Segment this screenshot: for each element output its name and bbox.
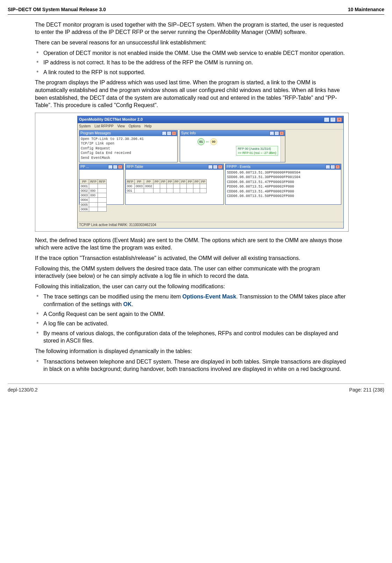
table-row[interactable]: 0003000 (80, 193, 107, 198)
cell: 0005 (80, 202, 89, 207)
cell (154, 184, 160, 188)
minimize-icon[interactable]: _ (324, 117, 329, 122)
table-row[interactable]: 0004 (80, 198, 107, 202)
menu-view[interactable]: View (117, 124, 125, 128)
close-icon[interactable]: × (335, 165, 340, 169)
cell: 000 (89, 193, 98, 198)
sync-node-01[interactable]: 01 (198, 138, 205, 145)
cell (160, 189, 167, 193)
cell (144, 189, 154, 193)
bullet-list-1: Operation of DECT monitor is not enabled… (35, 49, 349, 76)
minimize-icon[interactable]: _ (326, 165, 330, 169)
table-row[interactable]: 0002000 (80, 189, 107, 193)
minimize-icon[interactable]: _ (270, 131, 274, 135)
bullet-list-3: Transactions between telephone and DECT … (35, 358, 349, 373)
list-item: A Config Request can be sent again to th… (35, 310, 349, 318)
maximize-icon[interactable]: □ (167, 131, 171, 135)
col-header: RFP (98, 179, 107, 184)
maximize-icon[interactable]: □ (213, 165, 218, 169)
para-4: Next, the defined trace options (Event M… (35, 237, 349, 252)
cell: 0002 (144, 184, 154, 188)
cell (89, 184, 98, 188)
screenshot-figure: OpenMobility DECTNet Monitor 2.0 _ □ × S… (35, 113, 349, 232)
cell (193, 184, 200, 188)
col-header: PP (144, 179, 154, 184)
para-2: There can be several reasons for an unsu… (35, 39, 349, 47)
cell (193, 189, 200, 193)
header-left: SIP–DECT OM System Manual Release 3.0 (8, 6, 106, 13)
close-icon[interactable]: × (336, 117, 342, 122)
list-item: The trace settings can be modified using… (35, 293, 349, 308)
close-icon[interactable]: × (172, 131, 176, 135)
cell: 000 (89, 189, 98, 193)
table-row[interactable]: 0005 (80, 202, 107, 207)
col-header: PP (180, 179, 187, 184)
table-row[interactable]: 001 (126, 189, 207, 193)
col-header: PP (193, 179, 200, 184)
cell (135, 189, 144, 193)
list-item: IP address is not correct. It has to be … (35, 59, 349, 66)
para-6: Following this, the OMM system delivers … (35, 265, 349, 280)
events-body: SDD06.06.08T13.51.30PP00000FP000S04 SDD0… (226, 170, 341, 199)
list-item: By means of various dialogs, the configu… (35, 330, 349, 345)
sync-node-00[interactable]: 00 (210, 138, 217, 145)
maximize-icon[interactable]: □ (330, 165, 335, 169)
col-header: PP (80, 179, 89, 184)
list-item: Operation of DECT monitor is not enabled… (35, 49, 349, 57)
cell: 0001 (80, 184, 89, 188)
close-icon[interactable]: × (279, 131, 284, 135)
menu-options[interactable]: Options (129, 124, 141, 128)
para-8: The following information is displayed d… (35, 347, 349, 355)
sync-info-window: Sync Info _ □ × 01 ↔ 00 RFP 00 (Aastra 3… (180, 130, 285, 162)
table-row[interactable]: 000 0003 0002 (126, 184, 207, 188)
footer-rule (8, 383, 384, 384)
rfp-table: RFP PP PP PP PP PP PP PP PP PP PP (126, 179, 207, 193)
minimize-icon[interactable]: _ (208, 165, 213, 169)
program-messages-title: Program Messages (80, 131, 111, 136)
pp-table: PPRFPRFP 0001 0002000 0003000 0004 0005 … (79, 179, 107, 212)
text: The trace settings can be modified using… (43, 294, 183, 300)
scrollbar[interactable] (280, 136, 285, 162)
cell (154, 189, 160, 193)
minimize-icon[interactable]: _ (162, 131, 166, 135)
cell (200, 184, 207, 188)
menu-list[interactable]: List RFP/PP (94, 124, 113, 128)
list-item: A link routed to the RFP is not supporte… (35, 69, 349, 76)
button-ref-ok: OK (123, 301, 132, 307)
cell (98, 202, 107, 207)
minimize-icon[interactable]: _ (108, 165, 113, 169)
maximize-icon[interactable]: □ (113, 165, 117, 169)
maximize-icon[interactable]: □ (275, 131, 279, 135)
footer-right: Page: 211 (238) (349, 387, 384, 393)
menu-help[interactable]: Help (144, 124, 152, 128)
sync-arrow-icon: ↔ (205, 139, 209, 145)
cell: 001 (126, 189, 135, 193)
cell (89, 202, 98, 207)
sync-tooltip-sub: >> RFP 01 (rssi = -27 dBm) (238, 151, 276, 155)
sync-info-title: Sync Info (181, 131, 196, 136)
pp-table-window: PP ... _ □ × PPRFPRFP 0001 0002000 00030… (79, 164, 124, 205)
maximize-icon[interactable]: □ (330, 117, 336, 122)
col-header: RFP (126, 179, 135, 184)
cell: 000 (126, 184, 135, 188)
statusbar: TCP/IP Link active Initial PARK: 3110030… (78, 222, 343, 228)
cell: 0004 (80, 198, 89, 202)
menu-system[interactable]: System (79, 124, 91, 128)
cell (98, 184, 107, 188)
col-header: PP (160, 179, 167, 184)
rfp-table-window: RFP-Table _ □ × RFP PP PP PP P (125, 164, 224, 205)
cell (98, 207, 107, 211)
close-icon[interactable]: × (118, 165, 122, 169)
cell (89, 207, 98, 211)
program-messages-window: Program Messages _ □ × Open TCP-Link to … (79, 130, 178, 162)
header-rule (8, 14, 384, 15)
table-row[interactable]: 0001 (80, 184, 107, 188)
table-row[interactable]: 0006 (80, 207, 107, 211)
cell: 0002 (80, 189, 89, 193)
cell: 0006 (80, 207, 89, 211)
menubar: System List RFP/PP View Options Help (78, 123, 343, 130)
col-header: RFP (89, 179, 98, 184)
col-header: PP (187, 179, 193, 184)
app-title: OpenMobility DECTNet Monitor 2.0 (79, 117, 143, 122)
close-icon[interactable]: × (218, 165, 222, 169)
